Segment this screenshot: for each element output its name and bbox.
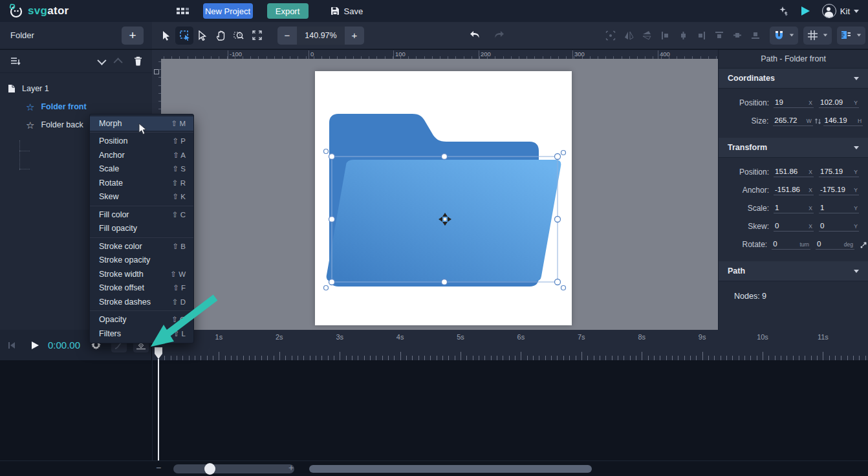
- align-middle-vertical-icon[interactable]: [728, 27, 746, 45]
- timeline-tick: [648, 356, 649, 360]
- menu-item-fill-color[interactable]: Fill color⇧ C: [90, 208, 193, 222]
- align-bottom-icon[interactable]: [746, 27, 765, 45]
- menu-separator: [90, 237, 193, 238]
- zoom-area-tool[interactable]: [230, 27, 248, 45]
- user-menu[interactable]: Kit: [822, 4, 859, 18]
- timeline-tick: [726, 356, 727, 360]
- align-top-icon[interactable]: [710, 27, 728, 45]
- skip-to-start-icon[interactable]: [3, 336, 21, 354]
- preview-play-icon[interactable]: [801, 6, 810, 16]
- timeline-zoom-out[interactable]: −: [156, 462, 161, 473]
- transform-field-1[interactable]: 1X: [774, 204, 814, 213]
- transform-tool[interactable]: [175, 27, 193, 45]
- menu-item-rotate[interactable]: Rotate⇧ R: [90, 176, 193, 190]
- flip-vertical-icon[interactable]: [638, 27, 656, 45]
- transform-field-2[interactable]: 0Y: [819, 222, 859, 232]
- node-tool[interactable]: [193, 27, 212, 45]
- slider-knob[interactable]: [204, 463, 215, 475]
- tree-stub: [19, 151, 30, 151]
- transform-field-1[interactable]: 0turn: [772, 240, 810, 250]
- align-center-horizontal-icon[interactable]: [674, 27, 692, 45]
- menu-item-stroke-dashes[interactable]: Stroke dashes⇧ D: [90, 295, 193, 309]
- menu-item-stroke-width[interactable]: Stroke width⇧ W: [90, 267, 193, 281]
- timeline-tick: [805, 356, 805, 360]
- timeline-zoom-in[interactable]: +: [288, 462, 294, 473]
- coordinates-field-1[interactable]: 19X: [774, 98, 814, 108]
- snapping-control[interactable]: [770, 27, 798, 45]
- menu-item-stroke-opacity[interactable]: Stroke opacity: [90, 254, 193, 268]
- menu-item-stroke-color[interactable]: Stroke color⇧ B: [90, 239, 193, 254]
- focus-target-icon[interactable]: [602, 27, 620, 45]
- zoom-in-button[interactable]: +: [345, 27, 364, 45]
- layer-row-folder-front[interactable]: ☆ Folder front: [0, 98, 152, 116]
- timeline-tick: [672, 356, 673, 360]
- ruler-tick: [605, 56, 606, 59]
- redo-button[interactable]: [490, 27, 508, 45]
- align-right-icon[interactable]: [692, 27, 710, 45]
- transform-field-2[interactable]: 175.19Y: [819, 168, 859, 177]
- section-path[interactable]: Path: [719, 261, 868, 281]
- transform-field-2[interactable]: -175.19Y: [819, 186, 859, 195]
- pan-hand-tool[interactable]: [212, 27, 230, 45]
- coordinates-field-2[interactable]: 146.19H: [823, 116, 863, 126]
- timeline-tick: [189, 356, 190, 360]
- section-transform[interactable]: Transform: [719, 138, 868, 158]
- timeline-scrollbar[interactable]: [309, 465, 592, 473]
- delete-layer-icon[interactable]: [129, 52, 147, 70]
- svgator-logo[interactable]: svgator: [9, 4, 69, 18]
- save-button[interactable]: Save: [331, 6, 363, 16]
- transform-field-1[interactable]: 0X: [774, 222, 814, 232]
- timeline-tracks[interactable]: [0, 360, 868, 460]
- magic-shortcuts-icon[interactable]: [778, 6, 789, 17]
- play-button[interactable]: [26, 336, 44, 354]
- timeline-tick: [461, 352, 461, 360]
- timeline-tick: [279, 352, 280, 360]
- transform-field-2[interactable]: 0deg: [816, 240, 854, 250]
- menu-item-scale[interactable]: Scale⇧ S: [90, 162, 193, 177]
- timeline-tick: [328, 356, 329, 360]
- layers-toolbar: [0, 50, 152, 73]
- timeline-zoom-slider[interactable]: [173, 464, 294, 473]
- zoom-level[interactable]: 140.97%: [297, 27, 345, 45]
- new-project-button[interactable]: New Project: [203, 3, 253, 19]
- timeline-tick: [515, 356, 515, 360]
- menu-item-filters[interactable]: Filters⇧ L: [90, 327, 193, 341]
- link-dimensions-icon[interactable]: [814, 118, 822, 125]
- coordinates-field-1[interactable]: 265.72W: [773, 116, 812, 126]
- sort-layers-icon[interactable]: [6, 52, 25, 70]
- layer-row-root[interactable]: Layer 1: [0, 80, 152, 98]
- select-tool[interactable]: [157, 27, 175, 45]
- menu-item-opacity[interactable]: Opacity⇧ O: [90, 313, 193, 327]
- menu-item-position[interactable]: Position⇧ P: [90, 135, 193, 149]
- expand-all-icon[interactable]: [114, 58, 123, 67]
- menu-item-skew[interactable]: Skew⇧ K: [90, 190, 193, 204]
- artboard[interactable]: [315, 71, 572, 325]
- timeline-ruler[interactable]: 1s2s3s4s5s6s7s8s9s10s11s: [152, 330, 868, 360]
- undo-button[interactable]: [466, 27, 484, 45]
- auto-orient-icon[interactable]: [860, 241, 868, 249]
- menu-item-stroke-offset[interactable]: Stroke offset⇧ F: [90, 281, 193, 296]
- ruler-tick: [629, 56, 630, 59]
- transform-field-2[interactable]: 1Y: [819, 204, 859, 213]
- collapse-all-icon[interactable]: [97, 56, 106, 65]
- path-star-icon: ☆: [26, 102, 34, 112]
- timeline-tick: [346, 356, 347, 360]
- ruler-control[interactable]: [837, 27, 865, 45]
- coordinates-field-2[interactable]: 102.09Y: [819, 98, 859, 108]
- fit-to-screen-icon[interactable]: [248, 27, 266, 45]
- align-left-icon[interactable]: [656, 27, 674, 45]
- export-button[interactable]: Export: [267, 3, 309, 19]
- transform-field-1[interactable]: 151.86X: [774, 168, 814, 177]
- grid-control[interactable]: [803, 27, 832, 45]
- timeline-tick: [811, 356, 812, 360]
- dashboard-grid-icon[interactable]: [177, 8, 189, 14]
- zoom-out-button[interactable]: −: [277, 27, 297, 45]
- menu-item-morph[interactable]: Morph⇧ M: [90, 116, 193, 131]
- section-coordinates[interactable]: Coordinates: [719, 69, 868, 89]
- ruler-major-tick: [572, 50, 573, 59]
- menu-item-fill-opacity[interactable]: Fill opacity: [90, 222, 193, 236]
- transform-field-1[interactable]: -151.86X: [774, 186, 814, 195]
- menu-item-anchor[interactable]: Anchor⇧ A: [90, 148, 193, 162]
- flip-horizontal-icon[interactable]: [620, 27, 638, 45]
- add-element-button[interactable]: +: [122, 27, 144, 45]
